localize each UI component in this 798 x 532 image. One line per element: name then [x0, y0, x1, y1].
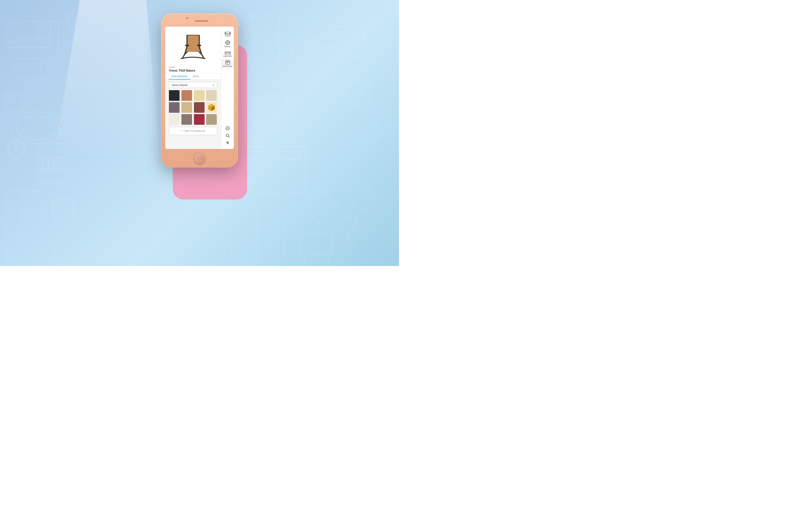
svg-point-109: [227, 142, 228, 142]
svg-rect-65: [342, 245, 355, 247]
svg-point-53: [348, 82, 370, 104]
phone-camera: [186, 17, 188, 19]
product-chair-image: [177, 31, 209, 60]
svg-point-52: [346, 80, 373, 107]
sidebar-bottom: [225, 125, 230, 149]
swatch-wine[interactable]: [194, 102, 205, 113]
svg-rect-51: [307, 157, 317, 170]
svg-point-54: [354, 88, 364, 98]
swatch-3d-gold[interactable]: [206, 102, 217, 113]
sidebar: LIVING DINING: [221, 26, 234, 149]
swatch-taupe[interactable]: [182, 114, 192, 125]
svg-point-60: [259, 234, 262, 237]
heart-icon: ♡: [181, 129, 184, 133]
svg-marker-9: [66, 16, 77, 26]
svg-rect-30: [24, 261, 35, 265]
svg-point-99: [227, 128, 228, 129]
phone-screen: Color Trend, T410 Nature COLOR/SIZE INFO…: [165, 26, 234, 149]
svg-point-40: [253, 93, 295, 136]
app-content: Color Trend, T410 Nature COLOR/SIZE INFO…: [165, 26, 221, 149]
svg-rect-72: [188, 35, 199, 46]
scroll-area[interactable]: Ebony Stained ∨: [165, 80, 221, 149]
svg-rect-74: [185, 45, 189, 46]
svg-point-5: [19, 62, 23, 66]
product-info: Color Trend, T410 Nature: [165, 64, 221, 73]
svg-point-11: [11, 112, 64, 144]
svg-rect-20: [42, 158, 48, 169]
swatch-black[interactable]: [169, 90, 179, 101]
product-image-area: [165, 26, 221, 64]
svg-marker-63: [341, 218, 357, 231]
wishlist-label: ADD TO WISHLIST: [185, 130, 205, 132]
decorate-icon: [225, 60, 230, 65]
svg-point-12: [16, 116, 58, 140]
svg-rect-35: [306, 26, 364, 58]
svg-point-6: [40, 62, 45, 66]
color-name: Trend, T410 Nature: [169, 69, 217, 72]
svg-rect-83: [226, 34, 230, 34]
svg-rect-21: [49, 158, 53, 169]
sleeping-icon: [225, 51, 231, 55]
swatch-cream[interactable]: [194, 90, 205, 101]
phone-bottom: [161, 151, 238, 167]
living-icon: [225, 30, 231, 35]
svg-point-56: [366, 126, 379, 140]
svg-point-110: [227, 142, 227, 144]
phone-speaker: [195, 20, 208, 22]
svg-line-105: [228, 136, 229, 137]
svg-point-39: [339, 31, 342, 33]
svg-rect-75: [197, 45, 201, 46]
svg-rect-89: [225, 52, 227, 53]
svg-point-98: [226, 126, 230, 130]
svg-point-111: [228, 144, 228, 144]
svg-rect-62: [347, 182, 377, 212]
svg-rect-66: [301, 234, 332, 255]
svg-rect-29: [5, 245, 53, 261]
svg-rect-46: [240, 146, 306, 194]
favorites-button[interactable]: [225, 125, 230, 132]
svg-rect-88: [225, 53, 230, 55]
wishlist-button[interactable]: ♡ ADD TO WISHLIST: [169, 127, 217, 135]
swatch-ivory[interactable]: [206, 90, 217, 101]
tabs-container: COLOR/SIZE INFO: [165, 73, 221, 80]
svg-rect-22: [55, 158, 61, 169]
tab-info[interactable]: INFO: [190, 73, 202, 79]
swatch-offwhite[interactable]: [169, 114, 179, 125]
svg-rect-49: [279, 152, 301, 158]
filter-icon: [226, 141, 230, 145]
living-label: LIVING: [225, 35, 231, 37]
svg-point-59: [254, 234, 257, 237]
svg-rect-3: [8, 40, 51, 46]
decorate-label: DECORATE: [223, 65, 232, 67]
tab-color-size[interactable]: COLOR/SIZE: [169, 73, 190, 79]
sidebar-item-decorate[interactable]: DECORATE: [221, 58, 234, 69]
swatch-tan[interactable]: [182, 102, 192, 113]
dropdown-value: Ebony Stained: [172, 84, 188, 87]
svg-rect-48: [245, 152, 266, 158]
svg-rect-47: [240, 146, 306, 159]
home-button[interactable]: [194, 153, 205, 165]
color-dropdown[interactable]: Ebony Stained ∨: [169, 82, 217, 88]
color-label: Color: [169, 66, 217, 69]
svg-rect-26: [53, 200, 75, 218]
swatch-brown[interactable]: [182, 90, 192, 101]
filter-button[interactable]: [226, 140, 230, 147]
swatch-sandstone[interactable]: [206, 114, 217, 125]
dining-label: DINING: [225, 46, 231, 48]
svg-rect-90: [228, 52, 230, 53]
dining-icon: [225, 40, 230, 45]
swatch-mauve[interactable]: [169, 102, 179, 113]
svg-rect-93: [226, 61, 230, 64]
svg-point-38: [328, 31, 331, 33]
phone-top: [161, 13, 238, 26]
svg-rect-73: [186, 45, 200, 52]
sidebar-item-sleeping[interactable]: SLEEPING: [221, 49, 234, 58]
swatch-red[interactable]: [194, 114, 205, 125]
sleeping-label: SLEEPING: [223, 55, 232, 57]
sidebar-item-living[interactable]: LIVING: [221, 29, 234, 38]
color-swatches-grid: [165, 90, 221, 125]
dropdown-arrow-icon: ∨: [212, 83, 214, 87]
svg-point-41: [255, 96, 292, 133]
sidebar-item-dining[interactable]: DINING: [221, 38, 234, 49]
search-button[interactable]: [226, 132, 230, 140]
